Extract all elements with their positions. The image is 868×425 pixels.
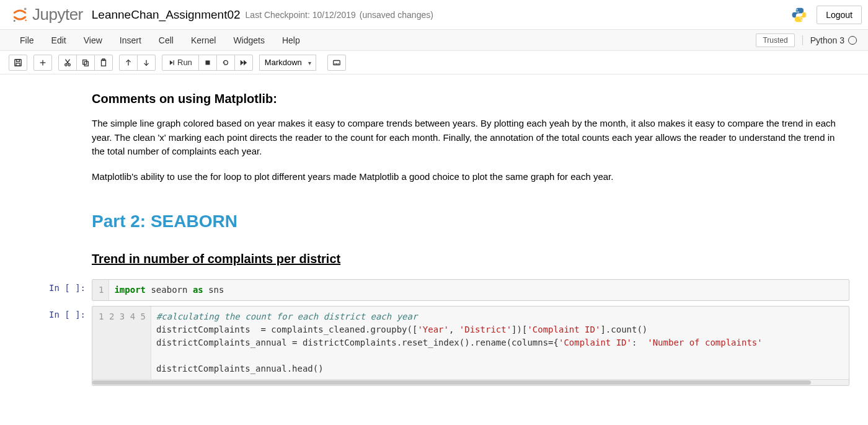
md-paragraph: The simple line graph colored based on y… [92, 117, 849, 159]
code-body[interactable]: #calculating the count for each district… [151, 306, 849, 379]
python-logo-icon [790, 6, 808, 24]
menubar: File Edit View Insert Cell Kernel Widget… [0, 30, 868, 51]
menu-file[interactable]: File [11, 32, 43, 49]
checkpoint-text: Last Checkpoint: 10/12/2019 [246, 10, 356, 20]
paste-button[interactable] [94, 55, 113, 71]
unsaved-indicator: (unsaved changes) [360, 10, 433, 20]
add-cell-button[interactable] [33, 55, 52, 71]
kernel-name[interactable]: Python 3 [802, 35, 857, 45]
svg-point-2 [25, 19, 26, 20]
scrollbar-thumb[interactable] [92, 380, 811, 385]
interrupt-button[interactable] [198, 55, 217, 71]
md-heading-1: Part 2: SEABORN [92, 208, 849, 235]
svg-rect-7 [16, 63, 20, 65]
svg-point-10 [65, 63, 68, 66]
toolbar: Run Markdown [0, 51, 868, 74]
input-prompt: In [ ]: [19, 306, 92, 386]
md-subheading: Trend in number of complaints per distri… [92, 249, 849, 268]
jupyter-logo-text: Jupyter [32, 5, 83, 24]
save-button[interactable] [9, 55, 27, 71]
menu-edit[interactable]: Edit [43, 32, 75, 49]
code-body[interactable]: import seaborn as sns [109, 280, 849, 300]
run-label: Run [177, 58, 192, 67]
move-up-button[interactable] [119, 55, 138, 71]
svg-point-3 [797, 9, 798, 10]
notebook-area[interactable]: Comments on using Matplotlib: The simple… [0, 74, 868, 416]
svg-marker-24 [244, 60, 247, 65]
code-input-area[interactable]: 1 import seaborn as sns [92, 279, 849, 301]
line-gutter: 1 [92, 280, 109, 300]
svg-marker-23 [241, 60, 244, 65]
svg-point-0 [24, 7, 27, 10]
menu-cell[interactable]: Cell [150, 32, 182, 49]
md-paragraph: Matplotlib's ability to use the for loop… [92, 170, 849, 184]
cut-button[interactable] [58, 55, 77, 71]
notebook-header: Jupyter LeanneChan_Assignment02 Last Che… [0, 0, 868, 30]
restart-button[interactable] [216, 55, 235, 71]
code-cell[interactable]: In [ ]: 1 2 3 4 5 #calculating the count… [19, 306, 849, 386]
horizontal-scrollbar[interactable] [92, 379, 849, 385]
input-prompt: In [ ]: [19, 279, 92, 301]
svg-point-11 [68, 63, 71, 66]
kernel-idle-icon [848, 36, 857, 45]
run-button[interactable]: Run [162, 55, 199, 71]
svg-marker-20 [170, 60, 173, 65]
menu-kernel[interactable]: Kernel [182, 32, 224, 49]
svg-rect-25 [334, 60, 340, 65]
code-input-area[interactable]: 1 2 3 4 5 #calculating the count for eac… [92, 306, 849, 386]
markdown-cell[interactable]: Comments on using Matplotlib: The simple… [92, 89, 849, 268]
svg-rect-21 [174, 60, 174, 65]
jupyter-logo[interactable]: Jupyter [11, 5, 83, 24]
command-palette-button[interactable] [327, 55, 346, 71]
jupyter-icon [11, 6, 29, 24]
kernel-name-label: Python 3 [810, 35, 844, 45]
code-cell[interactable]: In [ ]: 1 import seaborn as sns [19, 279, 849, 301]
move-down-button[interactable] [137, 55, 156, 71]
trusted-badge[interactable]: Trusted [756, 34, 794, 47]
menu-help[interactable]: Help [273, 32, 309, 49]
svg-rect-6 [16, 59, 19, 61]
menu-widgets[interactable]: Widgets [224, 32, 273, 49]
copy-button[interactable] [76, 55, 95, 71]
logout-button[interactable]: Logout [817, 6, 862, 24]
svg-point-4 [801, 19, 802, 20]
svg-rect-22 [205, 60, 210, 65]
notebook-title[interactable]: LeanneChan_Assignment02 [92, 8, 241, 22]
line-gutter: 1 2 3 4 5 [92, 306, 151, 379]
restart-run-all-button[interactable] [234, 55, 253, 71]
menu-view[interactable]: View [75, 32, 111, 49]
svg-point-1 [14, 20, 16, 22]
celltype-select[interactable]: Markdown [259, 55, 316, 71]
md-heading: Comments on using Matplotlib: [92, 89, 849, 108]
menu-insert[interactable]: Insert [111, 32, 150, 49]
